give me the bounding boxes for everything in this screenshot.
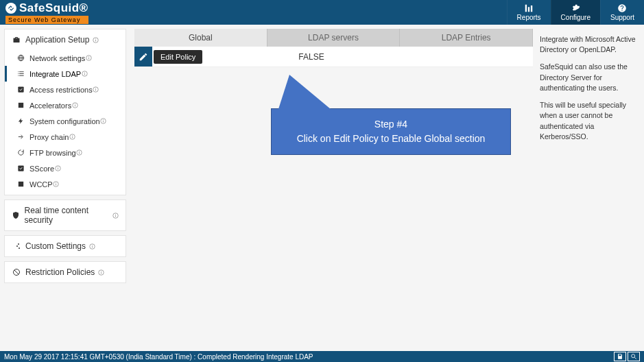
search-button[interactable] [628,352,640,361]
info-icon [69,134,75,141]
tab-ldap-entries[interactable]: LDAP Entries [400,29,533,47]
sidebar-item-ftp-browsing[interactable]: FTP browsing [5,145,126,160]
sidebar-item-accelerators[interactable]: Accelerators [5,97,126,113]
sidebar-item-label: FTP browsing [29,149,76,157]
svg-rect-20 [95,89,96,91]
callout-body: Click on Edit Policy to Enable Global se… [283,132,499,146]
sidebar-item-network-settings[interactable]: Network settings [5,50,126,66]
sidebar-item-label: SScore [29,165,54,173]
sidebar-item-label: Accelerators [29,101,71,110]
status-bar: Mon May 29 2017 12:15:41 GMT+0530 (India… [0,351,644,362]
svg-point-48 [19,248,20,249]
svg-rect-45 [115,214,116,215]
info-icon [97,269,104,276]
svg-rect-37 [58,168,58,170]
info-icon [92,36,99,43]
section-restriction[interactable]: Restriction Policies [5,262,126,282]
configure-label: Configure [561,14,591,21]
configure-button[interactable]: Configure [551,0,600,25]
svg-rect-41 [56,184,56,186]
edit-policy-tooltip: Edit Policy [154,50,202,64]
sliders-icon [12,241,21,251]
reports-button[interactable]: Reports [507,0,551,25]
svg-rect-39 [19,182,23,186]
search-icon [630,353,637,360]
refresh-icon [16,148,25,157]
section-label: Custom Settings [25,241,86,251]
svg-rect-25 [75,104,75,104]
svg-point-47 [16,245,18,247]
sidebar: Application Setup Network settingsIntegr… [0,25,130,351]
edit-policy-button[interactable] [134,47,152,67]
svg-rect-8 [88,56,89,57]
shield-icon [12,210,21,220]
sidebar-item-label: Integrate LDAP [29,70,81,78]
step-callout: Step #4 Click on Edit Policy to Enable G… [271,108,511,155]
tab-ldap-servers[interactable]: LDAP servers [267,29,401,47]
svg-rect-30 [72,136,73,138]
sidebar-item-system-configuration[interactable]: System configuration [5,113,126,129]
sidebar-item-wccp[interactable]: WCCP [5,176,126,192]
right-help-panel: Integrate with Microsoft Active Director… [533,25,644,351]
help-text-2: SafeSquid can also use the Directory Ser… [540,62,637,93]
help-text-1: Integrate with Microsoft Active Director… [540,34,637,55]
section-label: Application Setup [25,35,89,45]
main-area: Application Setup Network settingsIntegr… [0,25,644,351]
svg-rect-55 [101,272,102,274]
svg-rect-14 [19,75,23,76]
save-button[interactable] [614,352,626,361]
callout-title: Step #4 [283,117,499,132]
section-label: Restriction Policies [25,267,95,277]
svg-rect-24 [75,105,75,107]
svg-rect-34 [79,151,80,152]
sidebar-item-integrate-ldap[interactable]: Integrate LDAP [5,66,126,82]
svg-rect-21 [95,88,96,88]
section-custom[interactable]: Custom Settings [5,236,126,256]
gear-icon [571,3,580,13]
square-icon [16,180,25,189]
svg-rect-50 [92,245,93,248]
section-realtime[interactable]: Real time content security [5,200,126,230]
svg-point-46 [18,243,19,245]
square-icon [16,101,25,110]
svg-rect-33 [79,152,80,154]
policy-value: FALSE [298,47,324,67]
sidebar-item-label: System configuration [29,117,100,125]
svg-rect-11 [18,73,19,74]
svg-rect-27 [103,121,104,123]
svg-rect-44 [115,215,116,217]
svg-rect-28 [103,119,104,120]
panel: Edit Policy FALSE [134,47,533,67]
ban-icon [12,267,21,277]
bolt-icon [16,117,25,125]
svg-rect-17 [84,72,85,73]
chart-icon [524,3,534,13]
briefcase-icon [12,35,21,45]
sidebar-item-sscore[interactable]: SScore [5,160,126,176]
svg-rect-2 [95,38,96,39]
check-icon [16,85,25,94]
sidebar-item-label: WCCP [29,180,53,189]
sidebar-item-label: Access restrictions [29,86,93,94]
help-text-3: This will be useful specially when a use… [540,100,637,142]
sidebar-item-proxy-chain[interactable]: Proxy chain [5,129,126,145]
tab-global[interactable]: Global [134,29,267,47]
svg-line-53 [14,270,19,274]
svg-line-58 [634,357,636,359]
help-icon [617,3,627,13]
svg-rect-9 [18,71,19,72]
tab-bar: GlobalLDAP serversLDAP Entries [134,29,533,47]
section-application-setup[interactable]: Application Setup [5,29,126,50]
info-icon [76,149,83,156]
info-icon [93,86,99,93]
network-icon [16,53,25,62]
svg-rect-42 [56,182,56,183]
sidebar-item-access-restrictions[interactable]: Access restrictions [5,82,126,97]
policy-row: Edit Policy FALSE [134,47,533,67]
svg-rect-38 [58,167,58,167]
brand-name: SafeSquid® [19,1,88,15]
info-icon [100,118,107,125]
svg-rect-35 [18,165,23,171]
support-button[interactable]: Support [600,0,644,25]
top-bar: SafeSquid® Secure Web Gateway Reports Co… [0,0,644,25]
